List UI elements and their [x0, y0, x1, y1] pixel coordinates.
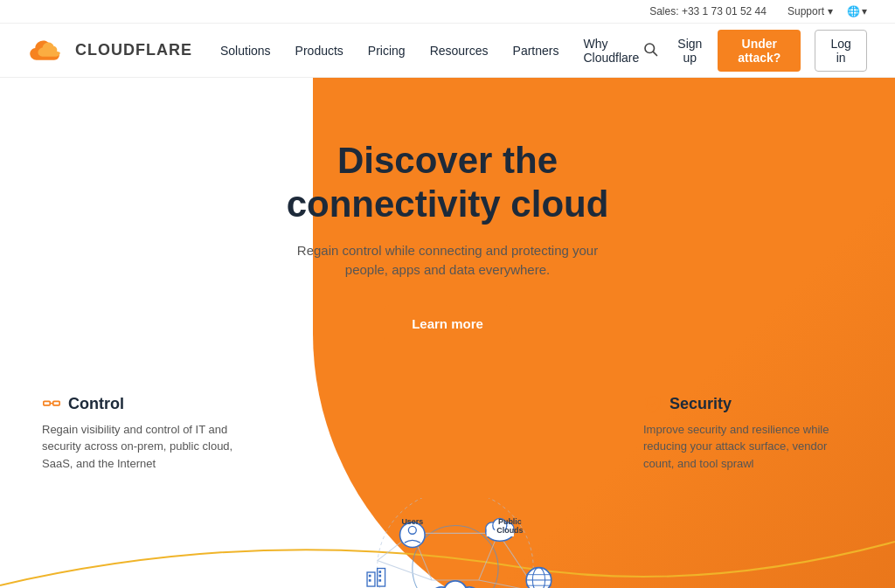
svg-rect-36	[378, 571, 381, 573]
svg-rect-32	[367, 572, 375, 586]
learn-more-button[interactable]: Learn more	[384, 305, 511, 342]
enterprise-networks-node: Enterprise Networks	[355, 569, 390, 588]
features-row: Control Regain visibility and control of…	[0, 377, 895, 473]
feature-control-title: Control	[42, 395, 252, 414]
svg-text:Users: Users	[401, 517, 423, 526]
globe-chevron-icon: ▾	[862, 5, 867, 17]
nav-partners[interactable]: Partners	[513, 44, 559, 58]
nav-links: Solutions Products Pricing Resources Par…	[220, 37, 639, 65]
feature-security-text: Improve security and resilience while re…	[643, 421, 853, 473]
login-button[interactable]: Log in	[815, 30, 867, 72]
public-clouds-node: Public Clouds	[486, 517, 524, 542]
support-dropdown[interactable]: Support ▾	[787, 5, 833, 17]
public-internet-node: Public Internet	[526, 568, 552, 588]
nav-products[interactable]: Products	[295, 44, 343, 58]
svg-text:Public: Public	[498, 517, 522, 526]
sales-number: +33 1 73 01 52 44	[682, 5, 767, 17]
hero-title: Discover the connectivity cloud	[287, 139, 609, 227]
connectivity-diagram: Connectivity Cloud Users Public Clouds	[229, 498, 666, 588]
control-icon	[42, 395, 61, 414]
support-chevron-icon: ▾	[828, 5, 833, 17]
signup-button[interactable]: Sign up	[676, 37, 704, 65]
nav-pricing[interactable]: Pricing	[368, 44, 406, 58]
svg-text:Clouds: Clouds	[496, 527, 523, 536]
svg-rect-34	[369, 575, 371, 578]
globe-icon: 🌐	[847, 5, 860, 17]
under-attack-button[interactable]: Under attack?	[718, 30, 801, 72]
support-label: Support	[787, 5, 824, 17]
cloudflare-logo-icon	[28, 38, 68, 64]
hero-section: Discover the connectivity cloud Regain c…	[0, 78, 895, 588]
svg-rect-38	[378, 579, 381, 582]
language-selector[interactable]: 🌐 ▾	[847, 5, 867, 17]
users-node: Users	[400, 517, 426, 548]
feature-control: Control Regain visibility and control of…	[42, 395, 252, 473]
search-icon	[642, 41, 658, 57]
diagram-section: Connectivity Cloud Users Public Clouds	[0, 481, 895, 588]
nav-why-cloudflare[interactable]: Why Cloudflare	[583, 37, 639, 65]
nav-solutions[interactable]: Solutions	[220, 44, 271, 58]
svg-rect-2	[44, 401, 50, 405]
connectivity-cloud-node: Connectivity Cloud	[430, 581, 480, 588]
logo-text: CLOUDFLARE	[75, 41, 192, 59]
svg-rect-3	[53, 401, 59, 405]
feature-security: Security Improve security and resilience…	[643, 395, 853, 473]
top-bar: Sales: +33 1 73 01 52 44 Support ▾ 🌐 ▾	[0, 0, 895, 24]
svg-rect-37	[378, 575, 381, 578]
security-icon	[643, 395, 663, 414]
nav-right: Sign up Under attack? Log in	[639, 30, 867, 72]
svg-point-41	[526, 568, 552, 588]
main-nav: CLOUDFLARE Solutions Products Pricing Re…	[0, 24, 895, 78]
hero-content: Discover the connectivity cloud Regain c…	[0, 78, 895, 369]
search-button[interactable]	[639, 38, 662, 63]
logo-link[interactable]: CLOUDFLARE	[28, 38, 192, 64]
svg-point-18	[444, 581, 468, 588]
feature-security-title: Security	[643, 395, 853, 414]
feature-control-text: Regain visibility and control of IT and …	[42, 421, 252, 473]
nav-resources[interactable]: Resources	[430, 44, 489, 58]
svg-rect-35	[369, 579, 371, 582]
svg-line-1	[654, 52, 657, 55]
hero-subtitle: Regain control while connecting and prot…	[290, 241, 605, 280]
sales-info: Sales: +33 1 73 01 52 44	[649, 5, 767, 17]
sales-label: Sales:	[649, 5, 678, 17]
